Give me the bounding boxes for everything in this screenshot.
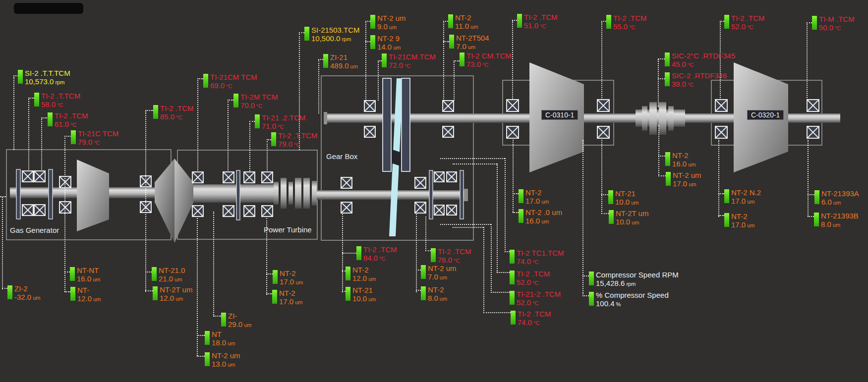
sensor-label[interactable]: SIC-2 .RTDF34639.0°C <box>665 71 727 89</box>
sensor-tag: NT-21393A <box>821 189 859 198</box>
sensor-label[interactable]: TI-2 .TCM84.0°C <box>356 245 397 263</box>
status-bar-icon <box>511 311 516 325</box>
sensor-value: 10.0um <box>615 198 638 207</box>
sensor-label[interactable]: ZI-21489.0um <box>323 53 358 71</box>
sensor-value: 16.0um <box>525 217 562 226</box>
status-bar-icon <box>665 72 670 86</box>
sensor-label[interactable]: TI-2 .TCM85.0°C <box>153 104 194 122</box>
sensor-value: 84.0°C <box>363 254 397 263</box>
sensor-label[interactable]: NT18.0um <box>205 330 235 348</box>
sensor-label[interactable]: NT-21393B8.0um <box>814 212 859 229</box>
sensor-value: 52.0°C <box>517 298 561 308</box>
sensor-tag: NT-2 um <box>673 171 701 179</box>
sensor-label[interactable]: TI-2M TCM70.0°C <box>233 93 278 110</box>
sensor-label[interactable]: TI-2 .TCM74.0°C <box>511 310 551 327</box>
status-bar-icon <box>665 152 670 166</box>
status-bar-icon <box>221 313 226 327</box>
sensor-label[interactable]: NT-2 um13.0um <box>205 351 240 369</box>
sensor-value: 73.0°C <box>466 60 512 69</box>
status-bar-icon <box>370 15 375 29</box>
sensor-tag: NT-2 <box>279 289 302 297</box>
status-bar-icon <box>18 70 23 84</box>
sensor-value: 17.0um <box>525 197 549 206</box>
sensor-label[interactable]: TI-21CM TCM69.0°C <box>203 73 257 91</box>
sensor-tag: NT- <box>77 286 101 294</box>
sensor-label[interactable]: TI-2 .TCM55.0°C <box>606 14 647 32</box>
sensor-label[interactable]: NT-NT16.0um <box>70 266 100 284</box>
sensor-label[interactable]: TI-21 .2.TCM71.0°C <box>255 113 305 131</box>
sensor-label[interactable]: NT-216.0um <box>665 151 695 169</box>
sensor-value: 45.0°C <box>672 60 735 69</box>
sensor-value: 69.0°C <box>210 81 257 91</box>
sensor-value: 79.0°C <box>278 140 317 149</box>
sensor-label[interactable]: TI-21C TCM79.0°C <box>71 129 118 147</box>
status-bar-icon <box>724 189 729 203</box>
status-bar-icon <box>606 15 611 29</box>
sensor-label[interactable]: TI-2 .T.TCM58.0°C <box>34 92 80 109</box>
sensor-label[interactable]: NT-2110.0um <box>346 286 376 304</box>
sensor-label[interactable]: NT-2110.0um <box>608 189 638 207</box>
status-bar-icon <box>814 213 819 226</box>
sensor-value: 52.0°C <box>517 278 550 287</box>
sensor-label[interactable]: NT-217.0um <box>519 188 549 206</box>
sensor-label[interactable]: NT-217.0um <box>272 289 302 307</box>
sensor-label[interactable]: TI-2 .TCM52.0°C <box>724 14 765 32</box>
sensor-label[interactable]: NT-12.0um <box>70 286 101 304</box>
sensor-value: 11.0um <box>455 22 478 31</box>
sensor-tag: TI-2 .TCM <box>518 310 551 318</box>
sensor-label[interactable]: TI-M .TCM50.0°C <box>812 15 855 33</box>
sensor-label[interactable]: TI-2 .TCM51.0°C <box>517 13 558 31</box>
sensor-label[interactable]: TI-2 .T.TCM79.0°C <box>271 131 317 149</box>
status-bar-icon <box>205 331 210 345</box>
sensor-label[interactable]: SI-2 .T.T.TCM10,573.0rpm <box>18 69 70 87</box>
sensor-label[interactable]: TI-2 TC1.TCM74.0°C <box>510 249 564 267</box>
sensor-tag: ZI-21 <box>330 53 358 61</box>
sensor-value: 85.0°C <box>160 112 194 122</box>
sensor-label[interactable]: % Compressor Speed100.4% <box>589 291 669 309</box>
sensor-label[interactable]: Compressor Speed RPM15,428.6rpm <box>589 271 679 288</box>
sensor-label[interactable]: TI-2 CM.TCM73.0°C <box>460 52 512 69</box>
sensor-value: 7.0um <box>428 273 457 282</box>
sensor-label[interactable]: SIC-2°C .RTDF34545.0°C <box>665 52 735 69</box>
sensor-label[interactable]: NT-217.0um <box>724 212 754 230</box>
sensor-label[interactable]: NT-2 um17.0um <box>666 171 701 189</box>
sensor-label[interactable]: TI-2 .TCM76.0°C <box>431 247 471 265</box>
sensor-tag: NT <box>212 330 235 338</box>
sensor-label[interactable]: NT-217.0um <box>273 269 303 287</box>
sensor-label[interactable]: TI-21-2 .TCM52.0°C <box>510 290 561 308</box>
sensor-label[interactable]: TI-21CM.TCM72.0°C <box>382 53 436 70</box>
status-bar-icon <box>356 246 361 260</box>
sensor-label[interactable]: NT-2T um10.0um <box>609 209 648 227</box>
sensor-label[interactable]: NT-2 914.0um <box>370 34 401 52</box>
sensor-label[interactable]: NT-2 um9.0um <box>370 14 406 32</box>
sensor-label[interactable]: TI-2 .TCM52.0°C <box>510 270 550 287</box>
sensor-label[interactable]: NT-2 .0 um16.0um <box>519 208 562 226</box>
sensor-label[interactable]: ZI-29.0um <box>221 312 251 329</box>
sensor-label[interactable]: TI-2 .TCM61.0°C <box>48 111 88 129</box>
sensor-label[interactable]: ZI-2-32.0um <box>7 284 40 302</box>
sensor-label[interactable]: NT-21.021.0um <box>152 266 185 284</box>
sensor-label[interactable]: NT-212.0um <box>346 266 376 283</box>
sensor-value: 52.0°C <box>731 22 765 32</box>
sensor-value: 79.0°C <box>78 138 118 147</box>
sensor-tag: NT-2 um <box>212 351 240 360</box>
compressor-train-mimic: Gas Generator Power Turbine Gear Box C-0… <box>0 0 868 382</box>
sensor-label[interactable]: NT-2T um12.0um <box>153 285 192 303</box>
status-bar-icon <box>448 14 453 28</box>
status-bar-icon <box>519 209 523 223</box>
sensor-label[interactable]: NT-28.0um <box>421 285 447 303</box>
sensor-label[interactable]: NT-2T5047.0um <box>449 34 489 52</box>
sensor-label[interactable]: NT-211.0um <box>448 13 478 31</box>
sensor-label[interactable]: SI-21503.TCM10,500.0rpm <box>304 26 360 44</box>
status-bar-icon <box>421 286 426 300</box>
sensor-label[interactable]: NT-2 N.217.0um <box>724 188 761 206</box>
sensor-tag: TI-2 .TCM <box>55 111 88 120</box>
status-bar-icon <box>666 172 671 186</box>
status-bar-icon <box>449 35 454 49</box>
status-bar-icon <box>510 291 515 305</box>
status-bar-icon <box>7 285 12 299</box>
sensor-label[interactable]: NT-21393A6.0um <box>814 189 859 207</box>
sensor-label[interactable]: NT-2 um7.0um <box>421 264 457 282</box>
sensor-value: 72.0°C <box>389 61 436 70</box>
status-bar-icon <box>589 292 594 306</box>
